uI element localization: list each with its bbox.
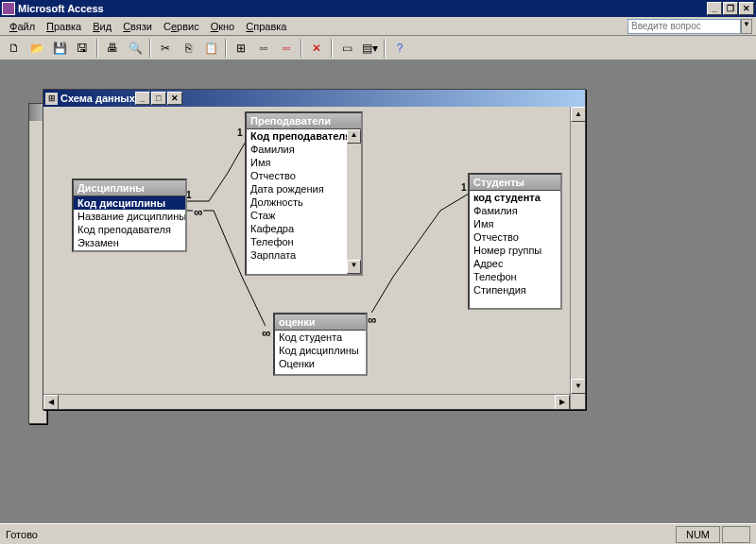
help-question-input[interactable] xyxy=(627,19,741,34)
app-title: Microsoft Access xyxy=(18,3,104,14)
paste-icon[interactable]: 📋 xyxy=(200,38,221,59)
field-item[interactable]: Экзамен xyxy=(74,236,185,249)
field-item[interactable]: Отчество xyxy=(247,169,361,182)
field-item[interactable]: Имя xyxy=(470,217,560,230)
field-item[interactable]: Дата рождения xyxy=(247,182,361,196)
field-item[interactable]: Кафедра xyxy=(247,222,361,235)
export-icon[interactable]: 🖫 xyxy=(72,38,93,59)
statusbar: Готово NUM xyxy=(0,523,756,544)
rel-many-2: ∞ xyxy=(261,326,271,340)
save-icon[interactable]: 💾 xyxy=(49,38,70,59)
table-header[interactable]: Студенты xyxy=(470,175,560,191)
restore-button[interactable]: ❐ xyxy=(723,2,738,15)
table-header[interactable]: оценки xyxy=(275,314,366,331)
table-scrollbar[interactable]: ▲ ▼ xyxy=(347,129,361,274)
window-icon[interactable]: ▭ xyxy=(336,38,357,59)
field-item[interactable]: Стаж xyxy=(247,209,361,222)
field-item[interactable]: Телефон xyxy=(247,235,361,248)
status-num: NUM xyxy=(676,526,720,543)
show-direct-icon[interactable]: ▫▫ xyxy=(253,38,274,59)
mdi-area: ⊞ Схема данных _ □ ✕ 1 ∞ 1 ∞ ∞ 1 Дисц xyxy=(0,60,756,523)
show-all-icon[interactable]: ▫▫ xyxy=(276,38,297,59)
status-empty xyxy=(722,526,750,543)
print-icon[interactable]: 🖶 xyxy=(102,38,123,59)
field-item[interactable]: Код студента xyxy=(275,331,366,344)
table-disciplines[interactable]: Дисциплины Код дисциплины Название дисци… xyxy=(72,178,187,252)
question-dropdown[interactable]: ▼ xyxy=(741,19,752,34)
preview-icon[interactable]: 🔍 xyxy=(125,38,146,59)
canvas-vscroll[interactable]: ▲ ▼ xyxy=(570,107,585,409)
canvas-hscroll[interactable]: ◀ ▶ xyxy=(43,394,570,409)
field-item[interactable]: Фамилия xyxy=(470,204,560,217)
child-title: Схема данных xyxy=(60,93,135,104)
field-item[interactable]: Зарплата xyxy=(247,248,361,262)
toolbar: 🗋 📂 💾 🖫 🖶 🔍 ✂ ⎘ 📋 ⊞ ▫▫ ▫▫ ✕ ▭ ▤▾ ? xyxy=(0,36,756,60)
menu-window[interactable]: Окно xyxy=(205,19,241,34)
field-item[interactable]: Адрес xyxy=(470,257,560,270)
child-minimize-button[interactable]: _ xyxy=(135,92,150,105)
schema-icon: ⊞ xyxy=(45,93,58,105)
menu-view[interactable]: Вид xyxy=(87,19,117,34)
relationship-canvas[interactable]: 1 ∞ 1 ∞ ∞ 1 Дисциплины Код дисциплины На… xyxy=(43,107,585,409)
field-item[interactable]: код студента xyxy=(470,191,560,204)
field-item[interactable]: Стипендия xyxy=(470,283,560,297)
rel-one-3: 1 xyxy=(460,182,468,193)
field-item[interactable]: Должность xyxy=(247,196,361,209)
menu-file[interactable]: ФФайлайл xyxy=(4,19,41,34)
menu-relations[interactable]: Связи xyxy=(117,19,158,34)
delete-icon[interactable]: ✕ xyxy=(306,38,327,59)
help-icon[interactable]: ? xyxy=(389,38,410,59)
field-item[interactable]: Название дисциплины xyxy=(74,210,185,223)
rel-many-3: ∞ xyxy=(367,313,377,327)
close-button[interactable]: ✕ xyxy=(739,2,754,15)
copy-icon[interactable]: ⎘ xyxy=(178,38,198,59)
child-maximize-button[interactable]: □ xyxy=(151,92,166,105)
table-teachers[interactable]: Преподаватели Код преподавателя Фамилия … xyxy=(245,111,363,276)
field-item[interactable]: Номер группы xyxy=(470,244,560,257)
field-item[interactable]: Телефон xyxy=(470,270,560,283)
add-table-icon[interactable]: ⊞ xyxy=(231,38,251,59)
table-header[interactable]: Дисциплины xyxy=(74,180,185,196)
menu-service[interactable]: Сервис xyxy=(158,19,205,34)
field-item[interactable]: Код преподавателя xyxy=(74,223,185,236)
rel-one-2: 1 xyxy=(236,128,244,138)
app-icon xyxy=(2,2,15,15)
cut-icon[interactable]: ✂ xyxy=(155,38,176,59)
field-item[interactable]: Код преподавателя xyxy=(247,129,361,143)
menu-edit[interactable]: Правка xyxy=(41,19,87,34)
table-header[interactable]: Преподаватели xyxy=(247,113,361,129)
field-item[interactable]: Отчество xyxy=(470,230,560,244)
new-icon[interactable]: 🗋 xyxy=(4,38,25,59)
field-item[interactable]: Код дисциплины xyxy=(275,344,366,357)
field-item[interactable]: Фамилия xyxy=(247,143,361,156)
status-text: Готово xyxy=(6,529,38,540)
field-item[interactable]: Оценки xyxy=(275,357,366,370)
table-students[interactable]: Студенты код студента Фамилия Имя Отчест… xyxy=(468,173,562,310)
open-icon[interactable]: 📂 xyxy=(26,38,47,59)
child-titlebar[interactable]: ⊞ Схема данных _ □ ✕ xyxy=(43,90,585,107)
menubar: ФФайлайл Правка Вид Связи Сервис Окно Сп… xyxy=(0,17,756,36)
rel-many-1: ∞ xyxy=(193,205,203,219)
child-close-button[interactable]: ✕ xyxy=(167,92,182,105)
field-item[interactable]: Код дисциплины xyxy=(74,196,185,210)
schema-window[interactable]: ⊞ Схема данных _ □ ✕ 1 ∞ 1 ∞ ∞ 1 Дисц xyxy=(43,89,586,410)
app-titlebar: Microsoft Access _ ❐ ✕ xyxy=(0,0,756,17)
menu-help[interactable]: Справка xyxy=(240,19,292,34)
minimize-button[interactable]: _ xyxy=(707,2,722,15)
field-item[interactable]: Имя xyxy=(247,156,361,169)
new-object-icon[interactable]: ▤▾ xyxy=(359,38,380,59)
table-grades[interactable]: оценки Код студента Код дисциплины Оценк… xyxy=(273,313,368,376)
